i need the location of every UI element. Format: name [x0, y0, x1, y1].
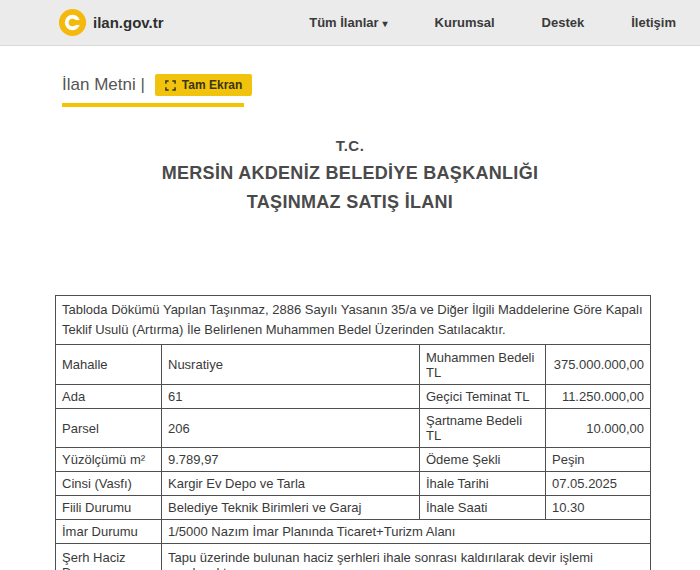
row-label-cell: Yüzölçümü m²	[56, 448, 162, 472]
nav-item-kurumsal[interactable]: Kurumsal	[435, 15, 495, 30]
row-label-cell: Geçici Teminat TL	[420, 385, 546, 409]
table-row: İmar Durumu 1/5000 Nazım İmar Planında T…	[56, 520, 651, 544]
document-heading-block: T.C. MERSİN AKDENİZ BELEDİYE BAŞKANLIĞI …	[0, 137, 700, 213]
main-nav: Tüm İlanlar▾ Kurumsal Destek İletişim	[309, 15, 684, 30]
row-label-cell: Cinsi (Vasfı)	[56, 472, 162, 496]
row-value-cell: Belediye Teknik Birimleri ve Garaj	[162, 496, 420, 520]
row-value-cell: Nusratiye	[162, 345, 420, 385]
fullscreen-icon	[165, 80, 176, 91]
table-row: Mahalle Nusratiye Muhammen Bedeli TL 375…	[56, 345, 651, 385]
row-value-cell: 1/5000 Nazım İmar Planında Ticaret+Turiz…	[162, 520, 651, 544]
row-label-cell: İhale Tarihi	[420, 472, 546, 496]
row-value-cell: 375.000.000,00	[546, 345, 651, 385]
nav-item-destek[interactable]: Destek	[542, 15, 585, 30]
site-logo[interactable]: ilan.gov.tr	[58, 8, 164, 37]
table-row-intro: Tabloda Dökümü Yapılan Taşınmaz, 2886 Sa…	[56, 296, 651, 345]
nav-item-tum-ilanlar[interactable]: Tüm İlanlar▾	[309, 15, 387, 30]
row-value-cell: Tapu üzerinde bulunan haciz şerhleri iha…	[162, 544, 651, 570]
table-row: Parsel 206 Şartname Bedeli TL 10.000,00	[56, 409, 651, 448]
row-label-cell: İhale Saati	[420, 496, 546, 520]
row-value-cell: 11.250.000,00	[546, 385, 651, 409]
row-value-cell: Peşin	[546, 448, 651, 472]
toolbar: İlan Metni | Tam Ekran	[62, 74, 700, 96]
table-row: Şerh Haciz Durumu Tapu üzerinde bulunan …	[56, 544, 651, 570]
heading-municipality: MERSİN AKDENİZ BELEDİYE BAŞKANLIĞI	[0, 163, 700, 184]
table-row: Yüzölçümü m² 9.789,97 Ödeme Şekli Peşin	[56, 448, 651, 472]
row-label-cell: Muhammen Bedeli TL	[420, 345, 546, 385]
table-row: Fiili Durumu Belediye Teknik Birimleri v…	[56, 496, 651, 520]
row-value-cell: 07.05.2025	[546, 472, 651, 496]
row-label-cell: Şartname Bedeli TL	[420, 409, 546, 448]
logo-text: ilan.gov.tr	[93, 14, 164, 31]
nav-item-iletisim[interactable]: İletişim	[631, 15, 676, 30]
intro-cell: Tabloda Dökümü Yapılan Taşınmaz, 2886 Sa…	[56, 296, 651, 345]
heading-tc: T.C.	[0, 137, 700, 154]
page-title: İlan Metni |	[62, 75, 145, 95]
row-label-cell: Mahalle	[56, 345, 162, 385]
row-label-cell: Ada	[56, 385, 162, 409]
row-label-cell: Ödeme Şekli	[420, 448, 546, 472]
chevron-down-icon: ▾	[383, 18, 388, 29]
top-navbar: ilan.gov.tr Tüm İlanlar▾ Kurumsal Destek…	[0, 0, 700, 46]
fullscreen-button[interactable]: Tam Ekran	[155, 74, 252, 96]
logo-icon	[58, 8, 87, 37]
row-label-cell: İmar Durumu	[56, 520, 162, 544]
announcement-table: Tabloda Dökümü Yapılan Taşınmaz, 2886 Sa…	[55, 295, 651, 570]
row-value-cell: 206	[162, 409, 420, 448]
row-value-cell: 9.789,97	[162, 448, 420, 472]
row-label-cell: Parsel	[56, 409, 162, 448]
row-value-cell: 10.30	[546, 496, 651, 520]
row-value-cell: 61	[162, 385, 420, 409]
table-row: Cinsi (Vasfı) Kargir Ev Depo ve Tarla İh…	[56, 472, 651, 496]
row-value-cell: Kargir Ev Depo ve Tarla	[162, 472, 420, 496]
accent-underline	[62, 103, 244, 107]
row-value-cell: 10.000,00	[546, 409, 651, 448]
row-label-cell: Fiili Durumu	[56, 496, 162, 520]
fullscreen-button-label: Tam Ekran	[182, 78, 242, 92]
table-row: Ada 61 Geçici Teminat TL 11.250.000,00	[56, 385, 651, 409]
heading-sale-notice: TAŞINMAZ SATIŞ İLANI	[0, 192, 700, 213]
row-label-cell: Şerh Haciz Durumu	[56, 544, 162, 570]
